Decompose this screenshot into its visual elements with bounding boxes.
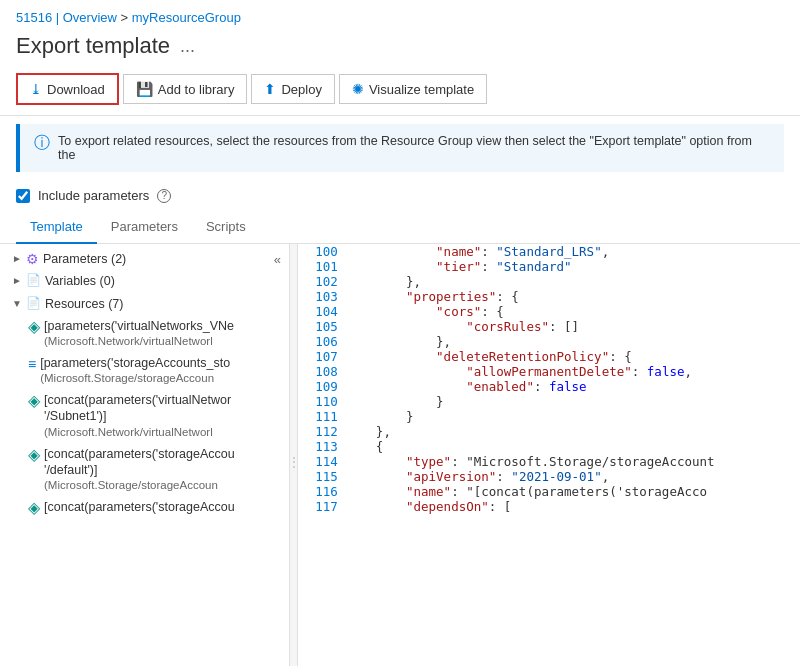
table-row: 112 }, [298, 424, 800, 439]
line-number: 115 [298, 469, 342, 484]
line-number: 113 [298, 439, 342, 454]
download-button[interactable]: ⤓ Download [16, 73, 119, 105]
line-number: 111 [298, 409, 342, 424]
table-row: 106 }, [298, 334, 800, 349]
deploy-button[interactable]: ⬆ Deploy [251, 74, 334, 104]
line-number: 106 [298, 334, 342, 349]
breadcrumb-separator: > [121, 10, 132, 25]
tree-node-variables[interactable]: ► 📄 Variables (0) [0, 270, 266, 292]
line-number: 117 [298, 499, 342, 514]
line-number: 107 [298, 349, 342, 364]
code-panel[interactable]: 100 "name": "Standard_LRS", 101 "tier": … [298, 244, 800, 666]
more-options-icon[interactable]: ... [180, 36, 195, 57]
line-number: 116 [298, 484, 342, 499]
breadcrumb-overview-link[interactable]: 51516 | Overview [16, 10, 117, 25]
resource3-icon: ◈ [28, 391, 40, 410]
visualize-icon: ✺ [352, 81, 364, 97]
resource1-icon: ◈ [28, 317, 40, 336]
panel-divider[interactable]: ⋮ [290, 244, 298, 666]
include-parameters-row: Include parameters ? [0, 180, 800, 211]
table-row: 103 "properties": { [298, 289, 800, 304]
include-parameters-label[interactable]: Include parameters [38, 188, 149, 203]
code-line: }, [342, 274, 800, 289]
tree-node-resource-3[interactable]: ◈ [concat(parameters('virtualNetwor '/Su… [0, 389, 289, 442]
main-content: « ► ⚙ Parameters (2) ► 📄 Variables (0) ▼… [0, 244, 800, 666]
resource4-icon: ◈ [28, 445, 40, 464]
info-text: To export related resources, select the … [58, 134, 770, 162]
resource2-label: [parameters('storageAccounts_sto (Micros… [40, 355, 230, 386]
breadcrumb-resource-group-link[interactable]: myResourceGroup [132, 10, 241, 25]
code-line: "apiVersion": "2021-09-01", [342, 469, 800, 484]
line-number: 100 [298, 244, 342, 259]
tree-node-resource-2[interactable]: ≡ [parameters('storageAccounts_sto (Micr… [0, 352, 289, 389]
line-number: 108 [298, 364, 342, 379]
code-line: "enabled": false [342, 379, 800, 394]
deploy-icon: ⬆ [264, 81, 276, 97]
sidebar: « ► ⚙ Parameters (2) ► 📄 Variables (0) ▼… [0, 244, 290, 666]
line-number: 105 [298, 319, 342, 334]
breadcrumb: 51516 | Overview > myResourceGroup [0, 0, 800, 29]
resources-label: Resources (7) [45, 296, 124, 312]
code-line: "tier": "Standard" [342, 259, 800, 274]
table-row: 105 "corsRules": [] [298, 319, 800, 334]
code-line: "allowPermanentDelete": false, [342, 364, 800, 379]
resource2-icon: ≡ [28, 356, 36, 372]
table-row: 116 "name": "[concat(parameters('storage… [298, 484, 800, 499]
line-number: 109 [298, 379, 342, 394]
code-line: "properties": { [342, 289, 800, 304]
tree-node-resource-1[interactable]: ◈ [parameters('virtualNetworks_VNe (Micr… [0, 315, 289, 352]
resource5-label: [concat(parameters('storageAccou [44, 499, 235, 515]
resource5-icon: ◈ [28, 498, 40, 517]
code-line: "name": "Standard_LRS", [342, 244, 800, 259]
resources-icon: 📄 [26, 296, 41, 310]
table-row: 102 }, [298, 274, 800, 289]
chevron-down-icon-res: ▼ [12, 298, 22, 309]
resource4-label: [concat(parameters('storageAccou '/defau… [44, 446, 235, 493]
table-row: 100 "name": "Standard_LRS", [298, 244, 800, 259]
table-row: 104 "cors": { [298, 304, 800, 319]
line-number: 104 [298, 304, 342, 319]
code-line: "deleteRetentionPolicy": { [342, 349, 800, 364]
table-row: 114 "type": "Microsoft.Storage/storageAc… [298, 454, 800, 469]
toolbar: ⤓ Download 💾 Add to library ⬆ Deploy ✺ V… [0, 69, 800, 116]
add-to-library-button[interactable]: 💾 Add to library [123, 74, 248, 104]
line-number: 103 [298, 289, 342, 304]
tab-parameters[interactable]: Parameters [97, 211, 192, 244]
tabs-bar: Template Parameters Scripts [0, 211, 800, 244]
chevron-right-icon: ► [12, 253, 22, 264]
resource3-label: [concat(parameters('virtualNetwor '/Subn… [44, 392, 231, 439]
page-title: Export template [16, 33, 170, 59]
code-line: }, [342, 424, 800, 439]
library-icon: 💾 [136, 81, 153, 97]
table-row: 117 "dependsOn": [ [298, 499, 800, 514]
table-row: 110 } [298, 394, 800, 409]
tab-template[interactable]: Template [16, 211, 97, 244]
code-line: "type": "Microsoft.Storage/storageAccoun… [342, 454, 800, 469]
include-parameters-checkbox[interactable] [16, 189, 30, 203]
code-line: "cors": { [342, 304, 800, 319]
tree-node-parameters[interactable]: ► ⚙ Parameters (2) [0, 248, 266, 270]
table-row: 113 { [298, 439, 800, 454]
table-row: 109 "enabled": false [298, 379, 800, 394]
code-line: { [342, 439, 800, 454]
resource1-label: [parameters('virtualNetworks_VNe (Micros… [44, 318, 234, 349]
table-row: 108 "allowPermanentDelete": false, [298, 364, 800, 379]
variables-label: Variables (0) [45, 273, 115, 289]
table-row: 115 "apiVersion": "2021-09-01", [298, 469, 800, 484]
download-icon: ⤓ [30, 81, 42, 97]
line-number: 110 [298, 394, 342, 409]
tree-node-resources[interactable]: ▼ 📄 Resources (7) [0, 293, 289, 315]
info-icon: ⓘ [34, 133, 50, 154]
collapse-sidebar-button[interactable]: « [266, 248, 289, 271]
tab-scripts[interactable]: Scripts [192, 211, 260, 244]
help-icon[interactable]: ? [157, 189, 171, 203]
tree-node-resource-4[interactable]: ◈ [concat(parameters('storageAccou '/def… [0, 443, 289, 496]
code-line: "dependsOn": [ [342, 499, 800, 514]
info-banner: ⓘ To export related resources, select th… [16, 124, 784, 172]
parameters-icon: ⚙ [26, 251, 39, 267]
visualize-template-button[interactable]: ✺ Visualize template [339, 74, 487, 104]
tree-node-resource-5[interactable]: ◈ [concat(parameters('storageAccou [0, 496, 289, 520]
parameters-label: Parameters (2) [43, 251, 126, 267]
chevron-right-icon-vars: ► [12, 275, 22, 286]
code-line: "name": "[concat(parameters('storageAcco [342, 484, 800, 499]
